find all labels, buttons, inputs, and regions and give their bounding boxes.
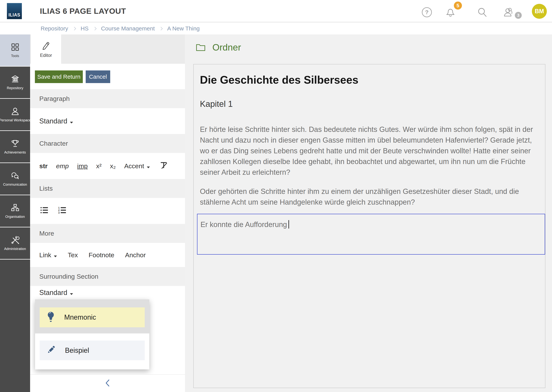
sidebar-item-label: Organisation bbox=[5, 215, 25, 219]
content-subheading: Kapitel 1 bbox=[200, 99, 233, 109]
sidebar-item-label: Achievements bbox=[4, 150, 26, 154]
section-surrounding-header: Surrounding Section bbox=[30, 267, 185, 286]
object-title-row: Ordner bbox=[196, 42, 241, 53]
lightbulb-icon bbox=[46, 311, 55, 324]
ilias-logo-text: ILIAS bbox=[8, 13, 20, 18]
content-paragraph: Oder gehörten die Schritte hinter ihm zu… bbox=[200, 186, 538, 208]
main-content: Ordner Die Geschichte des Silbersees Kap… bbox=[185, 35, 552, 392]
save-and-return-button[interactable]: Save and Return bbox=[35, 70, 83, 83]
strong-button[interactable]: str bbox=[39, 162, 48, 170]
editor-actions: Save and Return Cancel bbox=[30, 64, 185, 89]
page-content-card: Die Geschichte des Silbersees Kapitel 1 … bbox=[193, 64, 545, 388]
ilias-page-editor: ILIAS ILIAS 6 PAGE LAYOUT ? 5 bbox=[0, 0, 552, 392]
sidebar-item-label: Communication bbox=[3, 182, 27, 187]
sidebar-item-repository[interactable]: Repository bbox=[0, 67, 30, 99]
footnote-button[interactable]: Footnote bbox=[88, 251, 114, 259]
sidebar-item-organisation[interactable]: Organisation bbox=[0, 195, 30, 227]
tex-button[interactable]: Tex bbox=[68, 251, 78, 259]
superscript-button[interactable]: x² bbox=[96, 162, 102, 170]
sidebar-item-label: Tools bbox=[11, 54, 19, 58]
person-icon bbox=[11, 107, 20, 116]
online-users-badge: 3 bbox=[515, 12, 522, 19]
menu-item-beispiel[interactable]: Beispiel bbox=[40, 341, 145, 360]
ordered-list-icon[interactable]: 1 2 3 bbox=[57, 205, 67, 217]
section-character-header: Character bbox=[30, 134, 185, 153]
chevron-down-icon bbox=[147, 167, 150, 168]
surrounding-style-row: Standard bbox=[30, 286, 185, 299]
ilias-logo[interactable]: ILIAS bbox=[7, 3, 22, 19]
online-users-icon[interactable] bbox=[503, 7, 515, 19]
sidebar-item-administration[interactable]: Administration bbox=[0, 227, 30, 259]
avatar[interactable]: BM bbox=[532, 4, 547, 19]
page-title: ILIAS 6 PAGE LAYOUT bbox=[40, 0, 126, 22]
sidebar-item-label: Repository bbox=[7, 86, 23, 90]
notifications-badge: 5 bbox=[454, 1, 462, 10]
sidebar-item-label: Personal Workspace bbox=[0, 118, 31, 122]
editor-tabstrip: Editor bbox=[30, 35, 185, 64]
search-icon[interactable] bbox=[477, 7, 488, 18]
sidebar-item-label: Administration bbox=[4, 247, 26, 251]
sidebar-item-tools[interactable]: Tools bbox=[0, 35, 30, 67]
more-toolbar: Link Tex Footnote Anchor bbox=[30, 243, 185, 267]
tab-editor-label: Editor bbox=[40, 53, 52, 58]
menu-item-label: Beispiel bbox=[65, 346, 89, 355]
pencil-icon bbox=[46, 344, 56, 356]
chevron-right-icon bbox=[73, 27, 76, 30]
tools-crossed-icon bbox=[11, 235, 20, 245]
breadcrumb: Repository HS Course Management A New Th… bbox=[0, 23, 552, 35]
bank-icon bbox=[11, 75, 20, 84]
surrounding-style-dropdown[interactable]: Standard bbox=[39, 289, 73, 297]
notifications-bell-icon[interactable] bbox=[445, 7, 456, 18]
panel-collapse-footer bbox=[30, 374, 185, 392]
avatar-initials: BM bbox=[535, 8, 544, 15]
sidebar-item-personal-workspace[interactable]: Personal Workspace bbox=[0, 99, 30, 131]
section-more-header: More bbox=[30, 224, 185, 243]
pencil-icon bbox=[41, 40, 51, 51]
sidebar-item-communication[interactable]: Communication bbox=[0, 163, 30, 195]
collapse-left-icon[interactable] bbox=[104, 379, 111, 388]
section-paragraph-header: Paragraph bbox=[30, 89, 185, 108]
emphasis-button[interactable]: emp bbox=[56, 162, 69, 170]
accent-dropdown[interactable]: Accent bbox=[124, 162, 150, 170]
breadcrumb-a-new-thing[interactable]: A New Thing bbox=[167, 25, 200, 32]
remove-format-icon[interactable] bbox=[160, 161, 168, 171]
lists-toolbar: 1 2 3 bbox=[30, 198, 185, 224]
bullet-list-icon[interactable] bbox=[39, 205, 49, 217]
orgchart-icon bbox=[11, 203, 20, 212]
menu-item-mnemonic[interactable]: Mnemonic bbox=[40, 308, 145, 327]
chevron-down-icon bbox=[70, 293, 73, 295]
tab-editor[interactable]: Editor bbox=[31, 35, 61, 64]
important-button[interactable]: imp bbox=[77, 162, 88, 170]
chevron-right-icon bbox=[93, 27, 96, 30]
chat-icon bbox=[11, 171, 20, 180]
section-lists-header: Lists bbox=[30, 179, 185, 198]
cancel-button[interactable]: Cancel bbox=[86, 70, 110, 83]
link-dropdown[interactable]: Link bbox=[39, 251, 57, 259]
style-dropdown-menu: Mnemonic Beispiel bbox=[35, 299, 149, 369]
active-paragraph-editbox[interactable]: Er konnte die Aufforderung bbox=[197, 214, 545, 255]
paragraph-style-dropdown[interactable]: Standard bbox=[39, 117, 73, 125]
chevron-right-icon bbox=[159, 27, 163, 30]
help-icon[interactable]: ? bbox=[422, 7, 432, 17]
grid-icon bbox=[11, 42, 20, 52]
paragraph-style-row: Standard bbox=[30, 108, 185, 134]
trophy-icon bbox=[11, 139, 20, 148]
content-heading: Die Geschichte des Silbersees bbox=[200, 73, 358, 86]
anchor-button[interactable]: Anchor bbox=[125, 251, 146, 259]
main-sidebar: Tools Repository Personal W bbox=[0, 35, 30, 392]
help-glyph: ? bbox=[425, 9, 429, 15]
character-toolbar: str emp imp x² x₂ Accent bbox=[30, 153, 185, 179]
breadcrumb-repository[interactable]: Repository bbox=[41, 25, 68, 32]
content-paragraph: Er hörte leise Schritte hinter sich. Das… bbox=[200, 124, 538, 178]
svg-text:3: 3 bbox=[58, 211, 60, 214]
sidebar-item-achievements[interactable]: Achievements bbox=[0, 131, 30, 163]
text-cursor bbox=[289, 220, 289, 229]
editbox-text: Er konnte die Aufforderung bbox=[201, 221, 287, 229]
chevron-down-icon bbox=[70, 122, 73, 123]
breadcrumb-hs[interactable]: HS bbox=[80, 25, 88, 32]
top-header: ILIAS ILIAS 6 PAGE LAYOUT ? 5 bbox=[0, 0, 552, 22]
subscript-button[interactable]: x₂ bbox=[110, 162, 116, 170]
breadcrumb-course-management[interactable]: Course Management bbox=[101, 25, 155, 32]
chevron-down-icon bbox=[54, 256, 57, 257]
menu-item-label: Mnemonic bbox=[64, 313, 96, 321]
